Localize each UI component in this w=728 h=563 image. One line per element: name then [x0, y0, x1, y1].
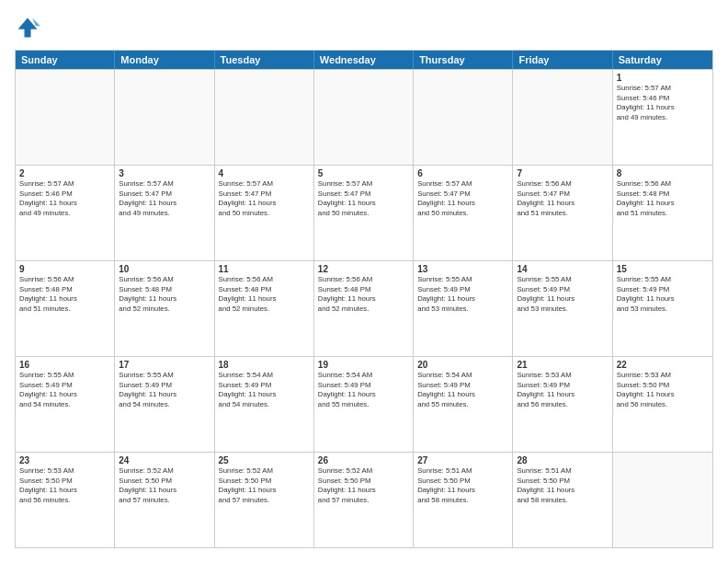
- calendar-cell: 7Sunrise: 5:56 AMSunset: 5:47 PMDaylight…: [513, 166, 612, 260]
- calendar-cell: 18Sunrise: 5:54 AMSunset: 5:49 PMDayligh…: [215, 357, 314, 452]
- day-number: 17: [119, 360, 210, 370]
- day-info: Sunrise: 5:55 AMSunset: 5:49 PMDaylight:…: [119, 371, 210, 409]
- logo: [15, 15, 44, 40]
- day-info: Sunrise: 5:51 AMSunset: 5:50 PMDaylight:…: [517, 466, 608, 505]
- header-day-friday: Friday: [513, 51, 612, 69]
- day-number: 24: [119, 455, 210, 465]
- day-number: 9: [19, 264, 110, 274]
- day-info: Sunrise: 5:52 AMSunset: 5:50 PMDaylight:…: [318, 466, 409, 505]
- calendar-cell: 23Sunrise: 5:53 AMSunset: 5:50 PMDayligh…: [16, 453, 115, 547]
- day-info: Sunrise: 5:57 AMSunset: 5:47 PMDaylight:…: [417, 179, 508, 218]
- calendar-cell: 11Sunrise: 5:56 AMSunset: 5:48 PMDayligh…: [215, 261, 314, 356]
- calendar-cell: 25Sunrise: 5:52 AMSunset: 5:50 PMDayligh…: [215, 453, 314, 547]
- day-info: Sunrise: 5:57 AMSunset: 5:47 PMDaylight:…: [119, 179, 210, 218]
- header-day-tuesday: Tuesday: [215, 51, 314, 69]
- day-info: Sunrise: 5:55 AMSunset: 5:49 PMDaylight:…: [417, 275, 508, 314]
- day-number: 26: [318, 455, 409, 465]
- svg-marker-1: [32, 18, 40, 27]
- calendar-header: SundayMondayTuesdayWednesdayThursdayFrid…: [16, 51, 712, 69]
- calendar-row-3: 9Sunrise: 5:56 AMSunset: 5:48 PMDaylight…: [16, 260, 712, 356]
- day-number: 7: [517, 168, 608, 178]
- calendar-cell: 15Sunrise: 5:55 AMSunset: 5:49 PMDayligh…: [613, 261, 712, 356]
- day-info: Sunrise: 5:52 AMSunset: 5:50 PMDaylight:…: [219, 466, 310, 505]
- day-info: Sunrise: 5:54 AMSunset: 5:49 PMDaylight:…: [219, 371, 310, 409]
- calendar-cell: [613, 453, 712, 547]
- calendar-cell: 8Sunrise: 5:56 AMSunset: 5:48 PMDaylight…: [613, 166, 712, 260]
- day-number: 6: [417, 168, 508, 178]
- header-day-monday: Monday: [115, 51, 214, 69]
- day-info: Sunrise: 5:56 AMSunset: 5:48 PMDaylight:…: [219, 275, 310, 314]
- day-number: 18: [219, 360, 310, 370]
- calendar-cell: 21Sunrise: 5:53 AMSunset: 5:49 PMDayligh…: [513, 357, 612, 452]
- day-number: 23: [19, 455, 110, 465]
- calendar-cell: 4Sunrise: 5:57 AMSunset: 5:47 PMDaylight…: [215, 166, 314, 260]
- calendar-cell: 19Sunrise: 5:54 AMSunset: 5:49 PMDayligh…: [314, 357, 414, 452]
- day-info: Sunrise: 5:55 AMSunset: 5:49 PMDaylight:…: [517, 275, 608, 314]
- day-number: 16: [19, 360, 110, 370]
- calendar-cell: 12Sunrise: 5:56 AMSunset: 5:48 PMDayligh…: [314, 261, 414, 356]
- day-number: 19: [318, 360, 409, 370]
- calendar: SundayMondayTuesdayWednesdayThursdayFrid…: [15, 50, 713, 548]
- calendar-cell: 26Sunrise: 5:52 AMSunset: 5:50 PMDayligh…: [314, 453, 414, 547]
- day-number: 13: [417, 264, 508, 274]
- calendar-cell: [215, 70, 314, 165]
- day-number: 14: [517, 264, 608, 274]
- calendar-cell: [414, 70, 513, 165]
- day-info: Sunrise: 5:57 AMSunset: 5:47 PMDaylight:…: [219, 179, 310, 218]
- day-number: 25: [219, 455, 310, 465]
- day-info: Sunrise: 5:57 AMSunset: 5:47 PMDaylight:…: [318, 179, 409, 218]
- day-info: Sunrise: 5:53 AMSunset: 5:49 PMDaylight:…: [517, 371, 608, 409]
- day-info: Sunrise: 5:53 AMSunset: 5:50 PMDaylight:…: [19, 466, 110, 505]
- calendar-cell: 1Sunrise: 5:57 AMSunset: 5:46 PMDaylight…: [613, 70, 712, 165]
- day-info: Sunrise: 5:56 AMSunset: 5:48 PMDaylight:…: [318, 275, 409, 314]
- day-number: 20: [417, 360, 508, 370]
- day-info: Sunrise: 5:54 AMSunset: 5:49 PMDaylight:…: [318, 371, 409, 409]
- calendar-row-1: 1Sunrise: 5:57 AMSunset: 5:46 PMDaylight…: [16, 69, 712, 165]
- calendar-cell: 3Sunrise: 5:57 AMSunset: 5:47 PMDaylight…: [115, 166, 214, 260]
- day-info: Sunrise: 5:57 AMSunset: 5:46 PMDaylight:…: [617, 84, 709, 122]
- calendar-body: 1Sunrise: 5:57 AMSunset: 5:46 PMDaylight…: [16, 69, 712, 547]
- day-number: 5: [318, 168, 409, 178]
- calendar-cell: [513, 70, 612, 165]
- day-info: Sunrise: 5:51 AMSunset: 5:50 PMDaylight:…: [417, 466, 508, 505]
- day-info: Sunrise: 5:52 AMSunset: 5:50 PMDaylight:…: [119, 466, 210, 505]
- day-number: 11: [219, 264, 310, 274]
- calendar-row-2: 2Sunrise: 5:57 AMSunset: 5:46 PMDaylight…: [16, 165, 712, 260]
- day-number: 12: [318, 264, 409, 274]
- calendar-cell: [115, 70, 214, 165]
- day-number: 8: [617, 168, 709, 178]
- day-number: 10: [119, 264, 210, 274]
- day-number: 1: [617, 73, 709, 83]
- header-day-saturday: Saturday: [613, 51, 712, 69]
- calendar-cell: 27Sunrise: 5:51 AMSunset: 5:50 PMDayligh…: [414, 453, 513, 547]
- header-day-sunday: Sunday: [16, 51, 115, 69]
- day-number: 15: [617, 264, 709, 274]
- day-info: Sunrise: 5:56 AMSunset: 5:48 PMDaylight:…: [119, 275, 210, 314]
- day-number: 27: [417, 455, 508, 465]
- day-info: Sunrise: 5:54 AMSunset: 5:49 PMDaylight:…: [417, 371, 508, 409]
- day-info: Sunrise: 5:56 AMSunset: 5:47 PMDaylight:…: [517, 179, 608, 218]
- calendar-cell: 16Sunrise: 5:55 AMSunset: 5:49 PMDayligh…: [16, 357, 115, 452]
- calendar-cell: 13Sunrise: 5:55 AMSunset: 5:49 PMDayligh…: [414, 261, 513, 356]
- calendar-row-5: 23Sunrise: 5:53 AMSunset: 5:50 PMDayligh…: [16, 452, 712, 547]
- day-info: Sunrise: 5:55 AMSunset: 5:49 PMDaylight:…: [19, 371, 110, 409]
- header-day-thursday: Thursday: [414, 51, 513, 69]
- calendar-cell: 28Sunrise: 5:51 AMSunset: 5:50 PMDayligh…: [513, 453, 612, 547]
- day-number: 28: [517, 455, 608, 465]
- calendar-cell: 24Sunrise: 5:52 AMSunset: 5:50 PMDayligh…: [115, 453, 214, 547]
- calendar-cell: [314, 70, 414, 165]
- calendar-cell: 20Sunrise: 5:54 AMSunset: 5:49 PMDayligh…: [414, 357, 513, 452]
- page: SundayMondayTuesdayWednesdayThursdayFrid…: [0, 0, 728, 563]
- day-info: Sunrise: 5:56 AMSunset: 5:48 PMDaylight:…: [617, 179, 709, 218]
- calendar-cell: 5Sunrise: 5:57 AMSunset: 5:47 PMDaylight…: [314, 166, 414, 260]
- day-info: Sunrise: 5:53 AMSunset: 5:50 PMDaylight:…: [617, 371, 709, 409]
- day-number: 21: [517, 360, 608, 370]
- day-number: 4: [219, 168, 310, 178]
- calendar-row-4: 16Sunrise: 5:55 AMSunset: 5:49 PMDayligh…: [16, 356, 712, 452]
- calendar-cell: 22Sunrise: 5:53 AMSunset: 5:50 PMDayligh…: [613, 357, 712, 452]
- calendar-cell: [16, 70, 115, 165]
- day-info: Sunrise: 5:55 AMSunset: 5:49 PMDaylight:…: [617, 275, 709, 314]
- day-number: 2: [19, 168, 110, 178]
- calendar-cell: 2Sunrise: 5:57 AMSunset: 5:46 PMDaylight…: [16, 166, 115, 260]
- day-info: Sunrise: 5:56 AMSunset: 5:48 PMDaylight:…: [19, 275, 110, 314]
